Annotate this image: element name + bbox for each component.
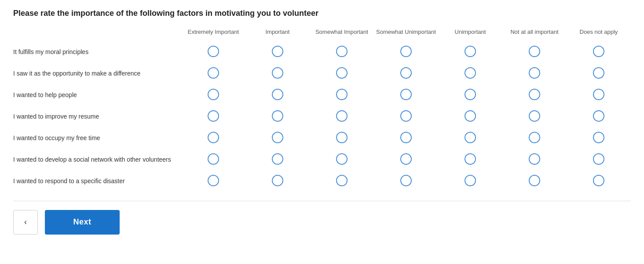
- radio-row-6-col-extremely-important[interactable]: [208, 153, 219, 165]
- radio-cell-row-7-col-extremely-important: [181, 170, 245, 192]
- radio-cell-row-1-col-not-at-all-important: [502, 41, 567, 63]
- radio-cell-row-3-col-somewhat-unimportant: [374, 84, 438, 106]
- radio-row-7-col-unimportant[interactable]: [465, 175, 476, 186]
- back-button[interactable]: ‹: [13, 210, 38, 235]
- radio-cell-row-4-col-somewhat-important: [310, 106, 374, 127]
- row-label-row-2: I saw it as the opportunity to make a di…: [13, 63, 181, 84]
- radio-row-2-col-somewhat-important[interactable]: [336, 67, 348, 79]
- radio-cell-row-6-col-not-at-all-important: [502, 149, 567, 170]
- radio-row-2-col-important[interactable]: [272, 67, 283, 79]
- radio-cell-row-5-col-does-not-apply: [567, 127, 631, 149]
- radio-row-3-col-extremely-important[interactable]: [208, 89, 219, 100]
- row-label-row-3: I wanted to help people: [13, 84, 181, 106]
- radio-cell-row-2-col-does-not-apply: [567, 63, 631, 84]
- column-header-col-label: [13, 29, 181, 41]
- radio-cell-row-1-col-somewhat-unimportant: [374, 41, 438, 63]
- radio-row-4-col-extremely-important[interactable]: [208, 110, 219, 122]
- radio-cell-row-4-col-does-not-apply: [567, 106, 631, 127]
- radio-row-6-col-not-at-all-important[interactable]: [529, 153, 540, 165]
- radio-cell-row-1-col-extremely-important: [181, 41, 245, 63]
- radio-row-7-col-important[interactable]: [272, 175, 283, 186]
- row-label-row-7: I wanted to respond to a specific disast…: [13, 170, 181, 192]
- radio-row-2-col-extremely-important[interactable]: [208, 67, 219, 79]
- table-row: It fulfills my moral principles: [13, 41, 631, 63]
- radio-row-2-col-does-not-apply[interactable]: [593, 67, 604, 79]
- radio-cell-row-2-col-somewhat-important: [310, 63, 374, 84]
- radio-cell-row-5-col-extremely-important: [181, 127, 245, 149]
- radio-row-4-col-unimportant[interactable]: [465, 110, 476, 122]
- radio-cell-row-6-col-important: [245, 149, 310, 170]
- radio-row-5-col-somewhat-important[interactable]: [336, 132, 348, 143]
- radio-row-3-col-somewhat-unimportant[interactable]: [400, 89, 412, 100]
- column-header-col-somewhat-important: Somewhat Important: [310, 29, 374, 41]
- radio-cell-row-7-col-not-at-all-important: [502, 170, 567, 192]
- radio-row-5-col-does-not-apply[interactable]: [593, 132, 604, 143]
- radio-cell-row-4-col-not-at-all-important: [502, 106, 567, 127]
- survey-table: Extremely ImportantImportantSomewhat Imp…: [13, 29, 631, 192]
- radio-cell-row-4-col-important: [245, 106, 310, 127]
- radio-row-5-col-important[interactable]: [272, 132, 283, 143]
- row-label-row-4: I wanted to improve my resume: [13, 106, 181, 127]
- radio-row-4-col-does-not-apply[interactable]: [593, 110, 604, 122]
- radio-row-4-col-somewhat-important[interactable]: [336, 110, 348, 122]
- radio-cell-row-2-col-unimportant: [438, 63, 502, 84]
- radio-row-1-col-not-at-all-important[interactable]: [529, 46, 540, 57]
- radio-cell-row-6-col-unimportant: [438, 149, 502, 170]
- radio-cell-row-2-col-not-at-all-important: [502, 63, 567, 84]
- column-header-col-does-not-apply: Does not apply: [567, 29, 631, 41]
- radio-row-1-col-somewhat-unimportant[interactable]: [400, 46, 412, 57]
- radio-row-6-col-does-not-apply[interactable]: [593, 153, 604, 165]
- radio-row-7-col-not-at-all-important[interactable]: [529, 175, 540, 186]
- radio-row-3-col-does-not-apply[interactable]: [593, 89, 604, 100]
- radio-row-5-col-not-at-all-important[interactable]: [529, 132, 540, 143]
- radio-row-4-col-somewhat-unimportant[interactable]: [400, 110, 412, 122]
- radio-row-7-col-does-not-apply[interactable]: [593, 175, 604, 186]
- radio-cell-row-3-col-unimportant: [438, 84, 502, 106]
- column-header-col-extremely-important: Extremely Important: [181, 29, 245, 41]
- radio-row-1-col-unimportant[interactable]: [465, 46, 476, 57]
- radio-row-5-col-somewhat-unimportant[interactable]: [400, 132, 412, 143]
- radio-row-6-col-important[interactable]: [272, 153, 283, 165]
- radio-row-7-col-somewhat-important[interactable]: [336, 175, 348, 186]
- radio-row-2-col-somewhat-unimportant[interactable]: [400, 67, 412, 79]
- radio-row-7-col-extremely-important[interactable]: [208, 175, 219, 186]
- radio-row-3-col-important[interactable]: [272, 89, 283, 100]
- radio-cell-row-7-col-does-not-apply: [567, 170, 631, 192]
- radio-row-3-col-not-at-all-important[interactable]: [529, 89, 540, 100]
- radio-row-1-col-does-not-apply[interactable]: [593, 46, 604, 57]
- radio-cell-row-4-col-extremely-important: [181, 106, 245, 127]
- radio-cell-row-7-col-important: [245, 170, 310, 192]
- next-button[interactable]: Next: [45, 210, 120, 235]
- radio-row-3-col-somewhat-important[interactable]: [336, 89, 348, 100]
- radio-row-1-col-extremely-important[interactable]: [208, 46, 219, 57]
- radio-cell-row-6-col-somewhat-unimportant: [374, 149, 438, 170]
- column-header-col-not-at-all-important: Not at all important: [502, 29, 567, 41]
- radio-cell-row-4-col-somewhat-unimportant: [374, 106, 438, 127]
- radio-cell-row-7-col-somewhat-important: [310, 170, 374, 192]
- radio-row-2-col-unimportant[interactable]: [465, 67, 476, 79]
- radio-cell-row-3-col-not-at-all-important: [502, 84, 567, 106]
- radio-row-4-col-important[interactable]: [272, 110, 283, 122]
- radio-row-5-col-unimportant[interactable]: [465, 132, 476, 143]
- radio-row-7-col-somewhat-unimportant[interactable]: [400, 175, 412, 186]
- row-label-row-6: I wanted to develop a social network wit…: [13, 149, 181, 170]
- radio-cell-row-5-col-important: [245, 127, 310, 149]
- radio-cell-row-5-col-not-at-all-important: [502, 127, 567, 149]
- radio-row-1-col-somewhat-important[interactable]: [336, 46, 348, 57]
- radio-row-1-col-important[interactable]: [272, 46, 283, 57]
- radio-row-6-col-somewhat-unimportant[interactable]: [400, 153, 412, 165]
- column-header-col-important: Important: [245, 29, 310, 41]
- radio-row-6-col-somewhat-important[interactable]: [336, 153, 348, 165]
- radio-row-3-col-unimportant[interactable]: [465, 89, 476, 100]
- radio-cell-row-7-col-somewhat-unimportant: [374, 170, 438, 192]
- table-row: I wanted to respond to a specific disast…: [13, 170, 631, 192]
- radio-row-2-col-not-at-all-important[interactable]: [529, 67, 540, 79]
- radio-row-4-col-not-at-all-important[interactable]: [529, 110, 540, 122]
- radio-row-5-col-extremely-important[interactable]: [208, 132, 219, 143]
- radio-row-6-col-unimportant[interactable]: [465, 153, 476, 165]
- row-label-row-1: It fulfills my moral principles: [13, 41, 181, 63]
- radio-cell-row-1-col-somewhat-important: [310, 41, 374, 63]
- radio-cell-row-3-col-somewhat-important: [310, 84, 374, 106]
- radio-cell-row-3-col-does-not-apply: [567, 84, 631, 106]
- table-row: I wanted to develop a social network wit…: [13, 149, 631, 170]
